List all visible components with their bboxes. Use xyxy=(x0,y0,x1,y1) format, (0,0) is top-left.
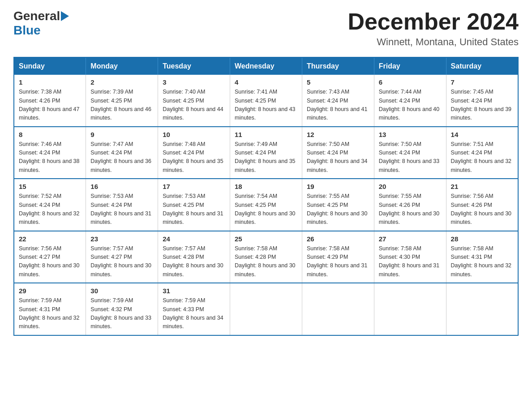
day-number: 7 xyxy=(451,78,513,86)
day-number: 26 xyxy=(307,235,369,243)
day-info: Sunrise: 7:38 AMSunset: 4:26 PMDaylight:… xyxy=(19,89,80,121)
day-number: 27 xyxy=(379,235,442,243)
col-header-wednesday: Wednesday xyxy=(230,57,302,75)
col-header-thursday: Thursday xyxy=(302,57,374,75)
day-info: Sunrise: 7:44 AMSunset: 4:24 PMDaylight:… xyxy=(379,89,440,121)
calendar-week-row: 15 Sunrise: 7:52 AMSunset: 4:24 PMDaylig… xyxy=(14,179,518,231)
calendar-cell: 5 Sunrise: 7:43 AMSunset: 4:24 PMDayligh… xyxy=(302,75,374,127)
logo-general-text: General xyxy=(13,9,60,23)
day-info: Sunrise: 7:56 AMSunset: 4:27 PMDaylight:… xyxy=(19,245,80,278)
calendar-cell: 14 Sunrise: 7:51 AMSunset: 4:24 PMDaylig… xyxy=(446,127,518,179)
calendar-cell: 23 Sunrise: 7:57 AMSunset: 4:27 PMDaylig… xyxy=(86,231,158,283)
day-info: Sunrise: 7:41 AMSunset: 4:25 PMDaylight:… xyxy=(235,89,296,121)
day-info: Sunrise: 7:39 AMSunset: 4:25 PMDaylight:… xyxy=(90,89,151,121)
day-number: 30 xyxy=(90,287,153,295)
calendar-cell xyxy=(302,283,374,335)
calendar-cell: 19 Sunrise: 7:55 AMSunset: 4:25 PMDaylig… xyxy=(302,179,374,231)
calendar-week-row: 1 Sunrise: 7:38 AMSunset: 4:26 PMDayligh… xyxy=(14,75,518,127)
day-number: 24 xyxy=(163,235,225,243)
day-number: 3 xyxy=(163,78,225,86)
calendar-cell: 13 Sunrise: 7:50 AMSunset: 4:24 PMDaylig… xyxy=(374,127,446,179)
day-number: 10 xyxy=(163,131,225,138)
day-info: Sunrise: 7:46 AMSunset: 4:24 PMDaylight:… xyxy=(19,141,80,173)
day-info: Sunrise: 7:57 AMSunset: 4:28 PMDaylight:… xyxy=(163,245,223,278)
day-info: Sunrise: 7:53 AMSunset: 4:24 PMDaylight:… xyxy=(90,193,151,225)
col-header-monday: Monday xyxy=(86,57,158,75)
calendar-cell: 29 Sunrise: 7:59 AMSunset: 4:31 PMDaylig… xyxy=(14,283,86,335)
day-number: 15 xyxy=(19,183,81,190)
day-info: Sunrise: 7:50 AMSunset: 4:24 PMDaylight:… xyxy=(379,141,440,173)
day-number: 8 xyxy=(19,131,81,138)
logo-blue-text: Blue xyxy=(13,23,41,38)
calendar-cell: 18 Sunrise: 7:54 AMSunset: 4:25 PMDaylig… xyxy=(230,179,302,231)
calendar-cell: 24 Sunrise: 7:57 AMSunset: 4:28 PMDaylig… xyxy=(158,231,230,283)
calendar-cell: 12 Sunrise: 7:50 AMSunset: 4:24 PMDaylig… xyxy=(302,127,374,179)
calendar-cell: 3 Sunrise: 7:40 AMSunset: 4:25 PMDayligh… xyxy=(158,75,230,127)
day-number: 28 xyxy=(451,235,513,243)
calendar-header-row: SundayMondayTuesdayWednesdayThursdayFrid… xyxy=(14,57,518,75)
calendar-cell: 8 Sunrise: 7:46 AMSunset: 4:24 PMDayligh… xyxy=(14,127,86,179)
calendar-cell: 1 Sunrise: 7:38 AMSunset: 4:26 PMDayligh… xyxy=(14,75,86,127)
day-info: Sunrise: 7:49 AMSunset: 4:24 PMDaylight:… xyxy=(235,141,296,173)
calendar-cell: 4 Sunrise: 7:41 AMSunset: 4:25 PMDayligh… xyxy=(230,75,302,127)
calendar-cell: 16 Sunrise: 7:53 AMSunset: 4:24 PMDaylig… xyxy=(86,179,158,231)
day-number: 13 xyxy=(379,131,442,138)
day-number: 20 xyxy=(379,183,442,190)
day-number: 1 xyxy=(19,78,81,86)
calendar-cell: 10 Sunrise: 7:48 AMSunset: 4:24 PMDaylig… xyxy=(158,127,230,179)
day-number: 16 xyxy=(90,183,153,190)
logo: General Blue xyxy=(13,9,69,38)
day-number: 2 xyxy=(90,78,153,86)
calendar-week-row: 8 Sunrise: 7:46 AMSunset: 4:24 PMDayligh… xyxy=(14,127,518,179)
calendar-cell: 28 Sunrise: 7:58 AMSunset: 4:31 PMDaylig… xyxy=(446,231,518,283)
calendar-cell: 17 Sunrise: 7:53 AMSunset: 4:25 PMDaylig… xyxy=(158,179,230,231)
col-header-saturday: Saturday xyxy=(446,57,518,75)
calendar-table: SundayMondayTuesdayWednesdayThursdayFrid… xyxy=(13,57,519,336)
calendar-cell: 31 Sunrise: 7:59 AMSunset: 4:33 PMDaylig… xyxy=(158,283,230,335)
day-info: Sunrise: 7:47 AMSunset: 4:24 PMDaylight:… xyxy=(90,141,151,173)
day-info: Sunrise: 7:58 AMSunset: 4:31 PMDaylight:… xyxy=(451,245,512,278)
calendar-cell: 25 Sunrise: 7:58 AMSunset: 4:28 PMDaylig… xyxy=(230,231,302,283)
col-header-sunday: Sunday xyxy=(14,57,86,75)
svg-marker-0 xyxy=(61,11,69,21)
calendar-cell xyxy=(230,283,302,335)
day-info: Sunrise: 7:48 AMSunset: 4:24 PMDaylight:… xyxy=(163,141,223,173)
day-info: Sunrise: 7:55 AMSunset: 4:26 PMDaylight:… xyxy=(379,193,440,225)
day-info: Sunrise: 7:40 AMSunset: 4:25 PMDaylight:… xyxy=(163,89,223,121)
day-info: Sunrise: 7:56 AMSunset: 4:26 PMDaylight:… xyxy=(451,193,512,225)
day-number: 18 xyxy=(235,183,297,190)
day-info: Sunrise: 7:43 AMSunset: 4:24 PMDaylight:… xyxy=(307,89,368,121)
day-info: Sunrise: 7:58 AMSunset: 4:30 PMDaylight:… xyxy=(379,245,440,278)
calendar-cell: 30 Sunrise: 7:59 AMSunset: 4:32 PMDaylig… xyxy=(86,283,158,335)
calendar-cell: 21 Sunrise: 7:56 AMSunset: 4:26 PMDaylig… xyxy=(446,179,518,231)
day-info: Sunrise: 7:52 AMSunset: 4:24 PMDaylight:… xyxy=(19,193,80,225)
calendar-cell: 11 Sunrise: 7:49 AMSunset: 4:24 PMDaylig… xyxy=(230,127,302,179)
calendar-week-row: 22 Sunrise: 7:56 AMSunset: 4:27 PMDaylig… xyxy=(14,231,518,283)
logo-arrow-icon xyxy=(61,11,69,21)
calendar-cell: 2 Sunrise: 7:39 AMSunset: 4:25 PMDayligh… xyxy=(86,75,158,127)
calendar-cell: 7 Sunrise: 7:45 AMSunset: 4:24 PMDayligh… xyxy=(446,75,518,127)
day-info: Sunrise: 7:51 AMSunset: 4:24 PMDaylight:… xyxy=(451,141,512,173)
day-number: 11 xyxy=(235,131,297,138)
day-number: 6 xyxy=(379,78,442,86)
title-block: December 2024 Winnett, Montana, United S… xyxy=(348,9,519,48)
day-number: 12 xyxy=(307,131,369,138)
day-number: 21 xyxy=(451,183,513,190)
day-info: Sunrise: 7:57 AMSunset: 4:27 PMDaylight:… xyxy=(90,245,151,278)
calendar-cell: 26 Sunrise: 7:58 AMSunset: 4:29 PMDaylig… xyxy=(302,231,374,283)
day-number: 17 xyxy=(163,183,225,190)
day-info: Sunrise: 7:45 AMSunset: 4:24 PMDaylight:… xyxy=(451,89,512,121)
page-subtitle: Winnett, Montana, United States xyxy=(348,36,519,48)
col-header-friday: Friday xyxy=(374,57,446,75)
day-info: Sunrise: 7:58 AMSunset: 4:28 PMDaylight:… xyxy=(235,245,296,278)
day-number: 14 xyxy=(451,131,513,138)
day-number: 5 xyxy=(307,78,369,86)
page-title: December 2024 xyxy=(348,9,519,34)
day-info: Sunrise: 7:50 AMSunset: 4:24 PMDaylight:… xyxy=(307,141,368,173)
calendar-cell: 15 Sunrise: 7:52 AMSunset: 4:24 PMDaylig… xyxy=(14,179,86,231)
day-number: 9 xyxy=(90,131,153,138)
day-info: Sunrise: 7:59 AMSunset: 4:31 PMDaylight:… xyxy=(19,297,80,330)
day-number: 22 xyxy=(19,235,81,243)
day-number: 29 xyxy=(19,287,81,295)
logo-row1: General xyxy=(13,9,69,23)
